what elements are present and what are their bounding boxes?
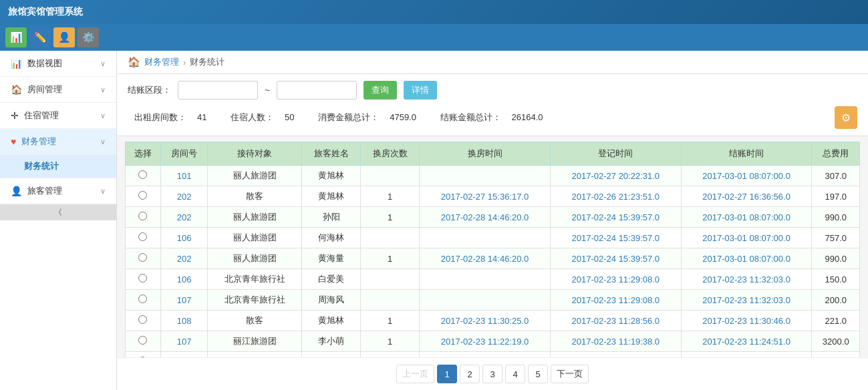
stat-total-consume-value: 4759.0 — [390, 112, 416, 122]
cell-host-5: 北京青年旅行社 — [208, 269, 302, 290]
cell-radio-9[interactable] — [126, 352, 161, 358]
icon-toolbar: 📊 ✏️ 👤 ⚙️ — [0, 24, 868, 51]
cell-radio-4[interactable] — [126, 248, 161, 269]
sidebar-sub-label-finance-stats: 财务统计 — [24, 161, 59, 171]
plus-icon: ✛ — [11, 110, 19, 121]
cell-room-9: 201 — [160, 352, 207, 358]
cell-radio-7[interactable] — [126, 311, 161, 331]
filter-end-date[interactable] — [277, 81, 357, 100]
cell-guest-7: 黄旭林 — [302, 311, 361, 331]
table-row: 202 丽人旅游团 黄海量 1 2017-02-28 14:46:20.0 20… — [126, 248, 860, 269]
cell-swap-time-0 — [420, 166, 551, 186]
cell-checkout-6: 2017-02-23 11:32:03.0 — [681, 290, 812, 311]
cell-swap-time-1: 2017-02-27 15:36:17.0 — [420, 186, 551, 207]
detail-button[interactable]: 详情 — [404, 81, 437, 100]
sidebar-item-label-guest: 旅客管理 — [27, 185, 100, 197]
cell-radio-1[interactable] — [126, 186, 161, 207]
stat-total-checkout-value: 26164.0 — [512, 112, 543, 122]
toolbar-btn-data[interactable]: 📊 — [5, 27, 27, 47]
page-btn-3[interactable]: 3 — [482, 365, 502, 383]
cell-guest-2: 孙阳 — [302, 207, 361, 228]
chevron-down-icon-guest: ∨ — [100, 187, 106, 196]
cell-radio-3[interactable] — [126, 228, 161, 248]
cell-host-3: 丽人旅游团 — [208, 228, 302, 248]
sidebar-item-label-lodging: 住宿管理 — [24, 110, 100, 122]
sidebar-item-room-mgmt[interactable]: 🏠 房间管理 ∨ — [0, 77, 116, 103]
toolbar-btn-user[interactable]: 👤 — [53, 27, 75, 47]
sidebar-collapse-btn[interactable]: 《 — [0, 204, 116, 220]
cell-room-8: 107 — [160, 331, 207, 352]
toolbar-btn-settings[interactable]: ⚙️ — [78, 27, 99, 47]
cell-guest-1: 黄旭林 — [302, 186, 361, 207]
app-title: 旅馆宾馆管理系统 — [8, 6, 83, 18]
settings-btn[interactable]: ⚙ — [835, 106, 857, 129]
next-page-btn[interactable]: 下一页 — [551, 365, 589, 383]
cell-cost-2: 990.0 — [812, 207, 860, 228]
cell-swap-time-8: 2017-02-23 11:22:19.0 — [420, 331, 551, 352]
cell-room-1: 202 — [160, 186, 207, 207]
data-view-icon: 📊 — [11, 58, 22, 69]
table-wrapper: 选择 房间号 接待对象 旅客姓名 换房次数 换房时间 登记时间 结账时间 总费用… — [117, 136, 868, 357]
cell-cost-8: 3200.0 — [812, 331, 860, 352]
person-icon: 👤 — [11, 186, 22, 196]
col-header-swap-count: 换房次数 — [361, 142, 420, 166]
cell-checkout-9: 2017-02-23 11:23:30.0 — [681, 352, 812, 358]
cell-cost-7: 221.0 — [812, 311, 860, 331]
cell-guest-0: 黄旭林 — [302, 166, 361, 186]
cell-radio-6[interactable] — [126, 290, 161, 311]
filter-bar: 结账区段： ~ 查询 详情 出租房间数：41 住宿人数：50 消费金额总计：47… — [117, 74, 868, 136]
cell-radio-8[interactable] — [126, 331, 161, 352]
page-btn-1[interactable]: 1 — [437, 365, 457, 383]
sidebar: 📊 数据视图 ∨ 🏠 房间管理 ∨ ✛ 住宿管理 ∨ ♥ 财务管理 ∨ 财务统计… — [0, 51, 117, 390]
page-btn-5[interactable]: 5 — [528, 365, 548, 383]
col-header-guest: 旅客姓名 — [302, 142, 361, 166]
sidebar-item-lodging-mgmt[interactable]: ✛ 住宿管理 ∨ — [0, 103, 116, 129]
cell-guest-4: 黄海量 — [302, 248, 361, 269]
table-row: 106 丽人旅游团 何海林 2017-02-24 15:39:57.0 2017… — [126, 228, 860, 248]
cell-host-6: 北京青年旅行社 — [208, 290, 302, 311]
cell-room-5: 106 — [160, 269, 207, 290]
cell-room-2: 202 — [160, 207, 207, 228]
cell-radio-2[interactable] — [126, 207, 161, 228]
heart-icon: ♥ — [11, 136, 16, 147]
page-btn-4[interactable]: 4 — [505, 365, 525, 383]
cell-room-3: 106 — [160, 228, 207, 248]
cell-cost-5: 150.0 — [812, 269, 860, 290]
table-row: 108 散客 黄旭林 1 2017-02-23 11:30:25.0 2017-… — [126, 311, 860, 331]
cell-swap-count-2: 1 — [361, 207, 420, 228]
query-button[interactable]: 查询 — [364, 81, 397, 100]
prev-page-btn[interactable]: 上一页 — [396, 365, 434, 383]
table-header-row: 选择 房间号 接待对象 旅客姓名 换房次数 换房时间 登记时间 结账时间 总费用 — [126, 142, 860, 166]
cell-swap-count-7: 1 — [361, 311, 420, 331]
cell-host-0: 丽人旅游团 — [208, 166, 302, 186]
table-row: 201 丽江旅游团 程小伟 2017-02-23 11:19:38.0 2017… — [126, 352, 860, 358]
breadcrumb-finance-mgmt[interactable]: 财务管理 — [144, 56, 179, 68]
sidebar-item-data-view[interactable]: 📊 数据视图 ∨ — [0, 51, 116, 77]
cell-swap-count-9 — [361, 352, 420, 358]
cell-radio-0[interactable] — [126, 166, 161, 186]
pagination: 上一页 1 2 3 4 5 下一页 — [117, 357, 868, 390]
stat-rent-rooms: 出租房间数：41 — [134, 112, 220, 122]
cell-checkin-3: 2017-02-24 15:39:57.0 — [550, 228, 681, 248]
sidebar-sub-item-finance-stats[interactable]: 财务统计 — [0, 155, 116, 178]
cell-checkout-0: 2017-03-01 08:07:00.0 — [681, 166, 812, 186]
cell-cost-0: 307.0 — [812, 166, 860, 186]
stat-total-consume-label: 消费金额总计： — [318, 112, 379, 122]
table-row: 202 散客 黄旭林 1 2017-02-27 15:36:17.0 2017-… — [126, 186, 860, 207]
cell-swap-count-0 — [361, 166, 420, 186]
breadcrumb: 🏠 财务管理 › 财务统计 — [117, 51, 868, 74]
cell-radio-5[interactable] — [126, 269, 161, 290]
cell-swap-count-3 — [361, 228, 420, 248]
tilde-separator: ~ — [265, 85, 270, 95]
sidebar-item-finance-mgmt[interactable]: ♥ 财务管理 ∨ — [0, 129, 116, 155]
cell-swap-time-9 — [420, 352, 551, 358]
page-btn-2[interactable]: 2 — [460, 365, 480, 383]
sidebar-item-guest-mgmt[interactable]: 👤 旅客管理 ∨ — [0, 178, 116, 204]
toolbar-btn-edit[interactable]: ✏️ — [29, 27, 51, 47]
stat-guests-value: 50 — [285, 112, 294, 122]
cell-guest-5: 白爱美 — [302, 269, 361, 290]
cell-swap-count-5 — [361, 269, 420, 290]
gear-icon: ⚙ — [841, 112, 851, 124]
filter-start-date[interactable] — [178, 81, 258, 100]
table-row: 107 丽江旅游团 李小萌 1 2017-02-23 11:22:19.0 20… — [126, 331, 860, 352]
